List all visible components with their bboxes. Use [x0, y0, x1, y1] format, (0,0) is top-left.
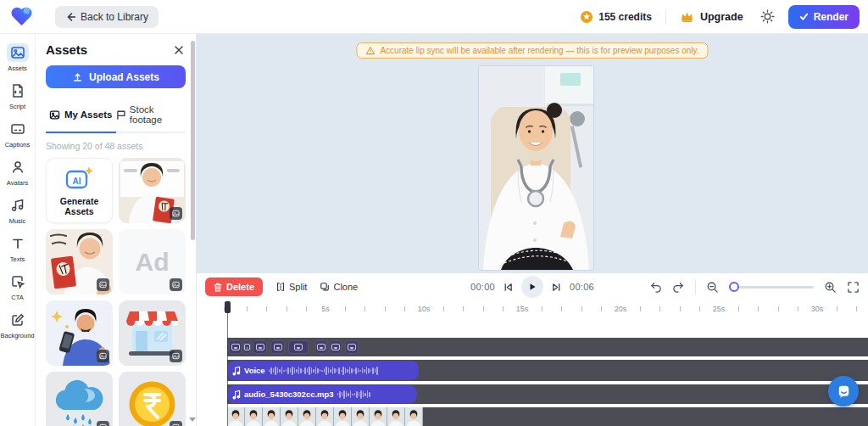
- avatar-frame[interactable]: [298, 407, 316, 426]
- caption-clip[interactable]: [315, 340, 327, 354]
- upload-assets-button[interactable]: Upload Assets: [46, 65, 186, 88]
- asset-tile-ad[interactable]: Ad: [119, 229, 186, 294]
- caption-clip[interactable]: [345, 340, 359, 354]
- asset-tile-photo-woman-book[interactable]: [119, 158, 186, 223]
- music-audio-clip[interactable]: audio_5430c302cc.mp3: [227, 385, 417, 403]
- credits-count: 155 credits: [598, 11, 652, 23]
- avatar-frame[interactable]: [316, 407, 334, 426]
- avatar-frame[interactable]: [281, 407, 298, 426]
- nav-label: CTA: [11, 294, 23, 301]
- ruler-tick: [404, 306, 405, 311]
- scrollbar-thumb[interactable]: [191, 41, 195, 240]
- ruler-tick: [345, 306, 346, 311]
- preview-canvas[interactable]: Accurate lip sync will be available afte…: [197, 34, 868, 273]
- svg-text:AI: AI: [72, 176, 81, 185]
- lip-sync-warning-banner: Accurate lip sync will be available afte…: [356, 42, 708, 59]
- avatar-frame[interactable]: [370, 407, 387, 426]
- clone-button[interactable]: Clone: [320, 282, 358, 292]
- nav-label: Avatars: [7, 179, 28, 187]
- image-type-badge: [97, 278, 109, 291]
- avatar-frame[interactable]: [334, 407, 352, 426]
- credits-badge[interactable]: 155 credits: [580, 10, 652, 24]
- caption-clip[interactable]: [270, 340, 285, 354]
- skip-to-start-button[interactable]: [503, 282, 514, 293]
- playhead-handle[interactable]: [225, 301, 231, 313]
- warning-text: Accurate lip sync will be available afte…: [380, 46, 698, 55]
- generate-assets-label: Generate Assets: [47, 196, 112, 216]
- split-button[interactable]: Split: [275, 282, 307, 292]
- stock-footage-flag-icon: [116, 109, 125, 121]
- assets-image-icon: [10, 45, 25, 60]
- avatar-track[interactable]: [227, 407, 868, 426]
- image-type-badge: [170, 421, 182, 426]
- back-to-library-button[interactable]: Back to Library: [55, 6, 159, 28]
- nav-item-texts[interactable]: Texts: [0, 230, 36, 268]
- skip-end-icon: [551, 282, 562, 293]
- skip-start-icon: [503, 282, 514, 293]
- avatar-video-preview[interactable]: [479, 66, 593, 270]
- close-panel-button[interactable]: [172, 43, 186, 57]
- undo-button[interactable]: [649, 281, 662, 293]
- avatar-frame[interactable]: [352, 407, 370, 426]
- ruler-tick: [601, 306, 602, 311]
- delete-button[interactable]: Delete: [205, 277, 263, 296]
- music-track[interactable]: audio_5430c302cc.mp3: [227, 384, 868, 404]
- left-nav-rail: Assets Script Captions Avatars Music Tex…: [0, 34, 36, 426]
- header-divider: [665, 9, 666, 25]
- redo-button[interactable]: [672, 281, 685, 293]
- redo-icon: [672, 281, 685, 293]
- audio-note-icon: [232, 390, 241, 400]
- avatar-frame[interactable]: [405, 407, 423, 426]
- scroll-down-arrow-icon[interactable]: [189, 418, 196, 423]
- voice-clip-label: Voice: [244, 366, 265, 375]
- avatar-frame[interactable]: [227, 407, 245, 426]
- tab-stock-footage[interactable]: Stock footage: [116, 99, 186, 132]
- voice-track[interactable]: Voice: [227, 360, 868, 381]
- nav-item-avatars[interactable]: Avatars: [0, 154, 36, 192]
- asset-tile-rain-cloud[interactable]: [46, 372, 113, 426]
- fit-timeline-button[interactable]: [847, 281, 860, 294]
- ruler-tick: [542, 306, 542, 311]
- avatar-frame[interactable]: [387, 407, 405, 426]
- play-icon: [528, 283, 537, 291]
- ruler-tick: [463, 306, 464, 311]
- play-button[interactable]: [521, 276, 543, 298]
- timeline-zoom-slider[interactable]: [729, 286, 814, 289]
- ruler-label: 10s: [418, 305, 431, 313]
- nav-item-script[interactable]: Script: [0, 77, 36, 115]
- nav-item-captions[interactable]: Captions: [0, 115, 36, 154]
- render-button[interactable]: Render: [788, 5, 860, 29]
- voice-audio-clip[interactable]: Voice: [227, 361, 419, 380]
- nav-item-cta[interactable]: CTA: [0, 268, 36, 306]
- asset-tile-man-with-phone[interactable]: [46, 300, 113, 366]
- caption-clip[interactable]: [288, 340, 309, 354]
- timeline-ruler[interactable]: 0 5s10s15s20s25s30s: [227, 302, 868, 317]
- ruler-label: 30s: [811, 305, 824, 313]
- avatar-frame[interactable]: [245, 407, 263, 426]
- asset-tile-storefront[interactable]: [119, 300, 186, 366]
- asset-tile-rupee-coin[interactable]: [119, 372, 186, 426]
- nav-item-assets[interactable]: Assets: [0, 39, 36, 77]
- nav-item-background[interactable]: Background: [0, 306, 36, 345]
- upgrade-button[interactable]: Upgrade: [680, 10, 743, 23]
- avatar-frame[interactable]: [263, 407, 281, 426]
- top-bar: Back to Library 155 credits Upgrade: [0, 0, 868, 34]
- generate-assets-tile[interactable]: AI Generate Assets: [46, 158, 113, 223]
- nav-item-music[interactable]: Music: [0, 192, 36, 230]
- caption-clip[interactable]: [229, 340, 242, 354]
- caption-clip[interactable]: [330, 340, 342, 354]
- panel-scrollbar[interactable]: [191, 41, 195, 412]
- caption-clip[interactable]: [253, 340, 267, 354]
- tab-my-assets[interactable]: My Assets: [46, 99, 116, 132]
- theme-toggle-button[interactable]: [760, 9, 775, 24]
- skip-to-end-button[interactable]: [551, 282, 562, 293]
- assets-count-text: Showing 20 of 48 assets: [46, 141, 186, 151]
- voice-waveform: [269, 361, 412, 380]
- zoom-in-button[interactable]: [824, 281, 837, 294]
- captions-track[interactable]: [227, 338, 868, 356]
- zoom-out-button[interactable]: [706, 281, 719, 294]
- support-chat-button[interactable]: [828, 376, 859, 406]
- asset-tile-photo-woman-abracadabra[interactable]: [46, 229, 113, 294]
- zoom-slider-handle[interactable]: [729, 282, 739, 292]
- caption-clip[interactable]: [243, 340, 251, 354]
